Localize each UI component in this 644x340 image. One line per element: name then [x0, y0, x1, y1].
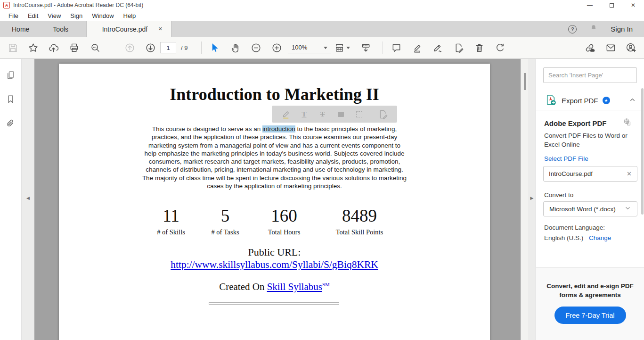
popup-sticky-note-icon[interactable]: [332, 108, 350, 121]
zoom-caret-icon: [324, 47, 327, 51]
menu-window[interactable]: Window: [87, 12, 118, 19]
acrobat-window: A IntroCourse.pdf - Adobe Acrobat Reader…: [0, 0, 644, 340]
menu-edit[interactable]: Edit: [23, 12, 43, 19]
selected-file-name: IntroCourse.pdf: [549, 170, 593, 177]
selected-text-highlight: introduction: [262, 125, 295, 133]
panel-scrollbar-thumb[interactable]: [641, 88, 644, 215]
zoom-level-dropdown[interactable]: 100%: [288, 42, 331, 53]
export-pdf-row[interactable]: Export PDF ★: [536, 92, 644, 108]
pdf-description-paragraph: This course is designed to serve as an i…: [142, 125, 408, 190]
fit-width-caret-icon: [346, 47, 350, 51]
main-toolbar: / 9 100%: [0, 37, 644, 59]
clear-file-icon[interactable]: ✕: [627, 170, 632, 177]
selected-file-box[interactable]: IntroCourse.pdf ✕: [543, 166, 637, 182]
rotate-pages-button[interactable]: [491, 40, 508, 56]
fill-and-sign-button[interactable]: [429, 40, 446, 56]
window-controls: — ✕: [579, 0, 644, 10]
hand-tool-button[interactable]: [227, 40, 244, 56]
created-on-text: Created On: [219, 281, 267, 292]
attachments-paperclip-icon[interactable]: [6, 118, 16, 130]
document-language-label: Document Language:: [544, 224, 605, 231]
bookmarks-icon[interactable]: [6, 94, 16, 106]
popup-strikethrough-icon[interactable]: T: [313, 108, 332, 121]
stat-label: Total Skill Points: [322, 228, 397, 236]
print-button[interactable]: [65, 40, 82, 56]
zoom-in-button[interactable]: [268, 40, 285, 56]
highlight-button[interactable]: [408, 40, 425, 56]
export-description: Convert PDF Files to Word or Excel Onlin…: [544, 131, 631, 149]
send-email-button[interactable]: [602, 40, 619, 56]
collapse-section-chevron-icon[interactable]: [629, 96, 636, 105]
menu-view[interactable]: View: [43, 12, 65, 19]
page-number-input[interactable]: [160, 42, 176, 53]
window-title: IntroCourse.pdf - Adobe Acrobat Reader D…: [13, 2, 143, 8]
delete-pages-button[interactable]: [471, 40, 488, 56]
tab-bar: Home Tools IntroCourse.pdf ✕ ? Sign In: [0, 21, 644, 37]
convert-to-label: Convert to: [544, 191, 573, 199]
edit-pdf-button[interactable]: [450, 40, 467, 56]
previous-page-button[interactable]: [121, 40, 138, 56]
tab-close-icon[interactable]: ✕: [156, 25, 164, 33]
promo-line-2: forms & agreements: [536, 290, 644, 299]
help-icon[interactable]: ?: [568, 25, 577, 33]
panel-separator: [536, 110, 644, 110]
trial-promo-section: Convert, edit and e-sign PDF forms & agr…: [536, 267, 644, 340]
popup-underline-icon[interactable]: T: [295, 108, 313, 121]
expand-right-panel-arrow[interactable]: ▶: [528, 196, 536, 200]
change-language-link[interactable]: Change: [589, 234, 611, 241]
save-button[interactable]: [4, 40, 21, 56]
search-icon[interactable]: [87, 40, 104, 56]
select-tool-button[interactable]: [206, 40, 223, 56]
star-favorite-button[interactable]: [24, 40, 41, 56]
tab-document-label: IntroCourse.pdf: [93, 25, 156, 33]
maximize-icon: [610, 3, 614, 8]
share-with-others-button[interactable]: [622, 40, 639, 56]
title-bar: A IntroCourse.pdf - Adobe Acrobat Reader…: [0, 0, 644, 10]
chevron-down-icon: [624, 205, 631, 213]
collapse-left-panel-arrow[interactable]: ◀: [22, 196, 34, 200]
tab-bar-right: ? Sign In: [568, 21, 644, 37]
pdf-document-title: Introduction to Marketing II: [59, 84, 490, 104]
sign-in-button[interactable]: Sign In: [611, 25, 633, 33]
menu-file[interactable]: File: [4, 12, 23, 19]
paragraph-text: to the basic principles of marketing, pr…: [142, 125, 407, 190]
notifications-bell-icon[interactable]: [589, 24, 598, 34]
zoom-out-button[interactable]: [247, 40, 264, 56]
star-badge-icon: ★: [603, 97, 610, 104]
document-scrollbar[interactable]: [521, 59, 528, 340]
tab-document[interactable]: IntroCourse.pdf ✕: [86, 21, 171, 37]
share-cloud-upload-button[interactable]: [45, 40, 62, 56]
fit-one-page-button[interactable]: [357, 40, 374, 56]
adobe-export-pdf-heading: Adobe Export PDF: [544, 119, 607, 127]
comment-button[interactable]: [388, 40, 405, 56]
language-value: English (U.S.): [544, 234, 583, 241]
maximize-button[interactable]: [601, 0, 622, 10]
popup-copy-selection-icon[interactable]: [350, 108, 368, 121]
toolbar-separator: [383, 41, 383, 54]
document-scrollbar-thumb[interactable]: [524, 73, 526, 90]
popup-edit-text-icon[interactable]: [374, 108, 392, 121]
minimize-button[interactable]: —: [579, 0, 601, 10]
zoom-level-value: 100%: [292, 44, 307, 51]
tools-search-input[interactable]: [543, 67, 637, 83]
format-dropdown[interactable]: Microsoft Word (*.docx): [543, 201, 637, 216]
page-thumbnails-icon[interactable]: [6, 70, 16, 82]
tab-home[interactable]: Home: [0, 21, 41, 37]
skill-syllabus-link[interactable]: Skill Syllabus: [267, 281, 322, 292]
toolbar-separator: [201, 41, 202, 54]
next-page-button[interactable]: [142, 40, 159, 56]
menu-help[interactable]: Help: [119, 12, 141, 19]
free-trial-button[interactable]: Free 7-Day Trial: [554, 307, 626, 324]
pdf-page: Introduction to Marketing II T T This co: [59, 64, 490, 340]
fit-width-button[interactable]: [331, 40, 353, 56]
public-url-link[interactable]: http://www.skillsyllabus.com/Syllabi/S/g…: [171, 259, 378, 270]
popup-highlight-icon[interactable]: [277, 108, 295, 121]
main-area: ◀ Introduction to Marketing II T T: [0, 59, 644, 340]
format-dropdown-value: Microsoft Word (*.docx): [549, 206, 616, 213]
close-button[interactable]: ✕: [622, 0, 644, 10]
share-link-button[interactable]: [581, 40, 598, 56]
tab-tools[interactable]: Tools: [41, 21, 80, 37]
right-panel-strip: ▶: [528, 59, 536, 340]
menu-sign[interactable]: Sign: [65, 12, 87, 19]
select-pdf-file-link[interactable]: Select PDF File: [544, 155, 588, 162]
